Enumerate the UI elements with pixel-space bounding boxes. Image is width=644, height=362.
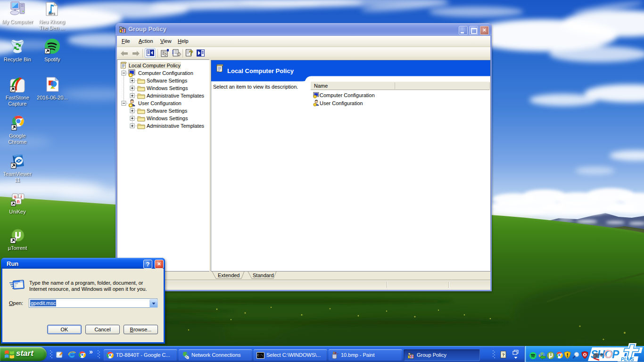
svg-text:Administrative Templates: Administrative Templates xyxy=(147,93,205,99)
svg-text:n: n xyxy=(17,199,19,204)
svg-text:?: ? xyxy=(502,352,505,357)
svg-text:Software Settings: Software Settings xyxy=(147,78,188,83)
svg-text:Local Computer Policy: Local Computer Policy xyxy=(129,63,181,68)
svg-text:Administrative Templates: Administrative Templates xyxy=(147,123,205,129)
svg-text:i: i xyxy=(21,194,22,199)
svg-text:Windows Settings: Windows Settings xyxy=(147,115,188,121)
svg-text:User Configuration: User Configuration xyxy=(320,100,363,106)
svg-text:Local Computer Policy: Local Computer Policy xyxy=(227,67,294,74)
svg-text:User Configuration: User Configuration xyxy=(138,100,182,106)
svg-text:Computer Configuration: Computer Configuration xyxy=(138,70,193,76)
svg-text:Select an item to view its des: Select an item to view its description. xyxy=(213,84,298,90)
svg-text:C:\: C:\ xyxy=(257,354,263,357)
svg-text:Windows Settings: Windows Settings xyxy=(147,85,188,91)
svg-text:?: ? xyxy=(189,49,193,57)
svg-text:u: u xyxy=(14,194,17,199)
svg-text:Name: Name xyxy=(314,83,328,89)
svg-text:Extended: Extended xyxy=(218,272,239,278)
svg-text:MP3: MP3 xyxy=(49,12,56,16)
svg-text:PLUS: PLUS xyxy=(621,356,634,362)
svg-text:Computer Configuration: Computer Configuration xyxy=(320,92,375,98)
svg-text:Software Settings: Software Settings xyxy=(147,108,188,114)
svg-text:Standard: Standard xyxy=(253,272,274,278)
